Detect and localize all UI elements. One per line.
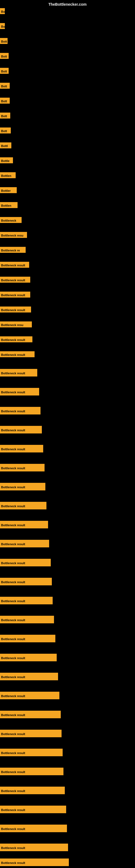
bar-item: Bott [0,38,8,44]
bar-item: Bottleneck result [0,616,54,623]
bar-item: Bottleneck result [0,768,63,775]
bar-label: Bottleneck result [0,844,68,851]
bar-item: Bottleneck result [0,730,61,737]
bar-label: Bottleneck result [0,673,58,680]
bar-label: Bott [0,98,10,104]
bar-label: Bottleneck result [0,692,59,699]
bar-item: Bottleneck result [0,407,41,414]
bar-label: Bottleneck result [0,578,52,585]
bar-item: Bott [0,113,10,119]
bar-label: Bottleneck [0,217,21,223]
bar-label: Bott [0,113,10,119]
bar-label: Bottler [0,187,17,193]
bar-item: Bottleneck result [0,806,66,813]
bar-item: Bottleneck result [0,521,48,528]
bar-item: Bottleneck result [0,351,35,357]
bar-item: Bottleneck result [0,426,42,433]
bar-label: Bottleneck result [0,277,30,283]
bar-label: Bottleneck result [0,369,37,376]
bar-item: Bo [0,8,5,14]
bar-item: Bott [0,53,9,59]
bar-item: Bottleneck result [0,277,30,283]
bar-label: Bott [0,127,11,133]
bar-label: Bottleneck result [0,786,65,794]
bar-label: Bottleneck result [0,262,29,268]
bar-item: Bottleneck resu [0,232,27,238]
bar-item: Bottleneck re [0,247,26,253]
bar-item: Bottleneck result [0,336,32,342]
bar-label: Bott [0,68,9,74]
bar-label: Bo [0,8,5,14]
bar-item: Bottlen [0,202,17,208]
bar-label: Bott [0,38,8,44]
bar-item: Bottleneck result [0,445,43,453]
bar-label: Bottleneck result [0,859,69,866]
bar-item: Bottleneck result [0,635,55,642]
bar-label: Bottleneck result [0,825,67,832]
bar-item: Bottleneck result [0,307,31,312]
bar-item: Bottleneck result [0,711,61,718]
bar-label: Bottleneck result [0,445,43,453]
bar-item: Bottleneck resu [0,321,32,328]
bar-item: Bottleneck result [0,859,69,866]
bar-item: Bottleneck result [0,369,37,376]
bar-label: Bottleneck resu [0,232,27,238]
bar-item: Bottler [0,187,17,193]
bar-label: Bottleneck result [0,768,63,775]
bar-label: Bottleneck result [0,291,30,298]
bar-label: Bottleneck result [0,502,46,509]
bar-item: Bottleneck result [0,654,57,661]
bar-label: Bottleneck result [0,540,49,547]
bar-label: Bottleneck result [0,597,53,604]
bar-label: Bott [0,53,9,59]
bar-item: Bottleneck result [0,749,63,756]
bar-item: Bottleneck result [0,844,68,851]
bar-label: Bottlen [0,202,17,208]
bar-item: Bott [0,127,11,133]
bar-item: Bottleneck result [0,597,53,604]
bar-item: Bottleneck result [0,388,39,396]
bar-label: Bottleneck result [0,711,61,718]
bar-label: Bottleneck result [0,806,66,813]
bar-label: Bottleneck result [0,407,41,414]
site-title: TheBottlenecker.com [48,2,87,6]
bar-label: Bo [0,23,5,29]
bar-item: Bottleneck result [0,578,52,585]
bar-item: Bott [0,98,10,104]
bar-item: Bottleneck result [0,825,67,832]
bar-label: Bottleneck result [0,336,32,342]
bar-item: Bott [0,83,10,89]
bar-label: Bottleneck resu [0,321,32,328]
bar-label: Bottleneck re [0,247,26,253]
bar-item: Bottleneck result [0,464,45,471]
bar-label: Bott [0,83,10,89]
bar-label: Bottleneck result [0,426,42,433]
bar-label: Bottlen [0,172,16,178]
bar-label: Bottl [0,143,11,148]
bar-item: Bottleneck result [0,786,65,794]
bar-label: Bottleneck result [0,730,61,737]
bar-label: Bottleneck result [0,464,45,471]
bar-label: Bottleneck result [0,483,45,490]
bar-label: Bottleneck result [0,749,63,756]
bar-item: Bottleneck result [0,483,45,490]
bar-item: Bottlen [0,172,16,178]
bar-label: Bottleneck result [0,635,55,642]
bar-label: Bottleneck result [0,351,35,357]
bar-item: Bottleneck result [0,540,49,547]
bar-label: Bottle [0,157,13,163]
bar-item: Bottleneck result [0,291,30,298]
bar-item: Bottleneck result [0,692,59,699]
bar-item: Bottleneck result [0,673,58,680]
bar-label: Bottleneck result [0,654,57,661]
bar-item: Bo [0,23,5,29]
bar-item: Bottle [0,157,13,163]
bar-item: Bottleneck result [0,559,51,566]
bar-item: Bottleneck result [0,502,46,509]
bar-item: Bottl [0,143,11,148]
bar-label: Bottleneck result [0,521,48,528]
bar-label: Bottleneck result [0,559,51,566]
bar-label: Bottleneck result [0,388,39,396]
bar-item: Bott [0,68,9,74]
bar-label: Bottleneck result [0,616,54,623]
